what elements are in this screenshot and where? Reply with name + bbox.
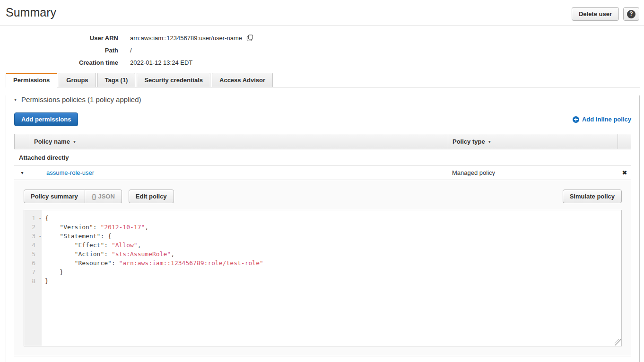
delete-user-button[interactable]: Delete user: [572, 7, 619, 21]
creation-time-value: 2022-01-12 13:24 EDT: [130, 59, 192, 66]
editor-gutter: 1▾23▾45678: [24, 210, 42, 346]
tab-access-advisor[interactable]: Access Advisor: [212, 73, 273, 87]
gutter-line-number: 3▾: [24, 232, 42, 241]
policy-name-link[interactable]: assume-role-user: [46, 169, 94, 176]
edit-policy-button[interactable]: Edit policy: [129, 190, 174, 203]
policy-detail-toolbar: Policy summary {} JSON Edit policy Simul…: [24, 190, 622, 203]
path-value: /: [130, 47, 132, 54]
tab-security-credentials[interactable]: Security credentials: [137, 73, 210, 87]
tab-bar: Permissions Groups Tags (1) Security cre…: [6, 73, 640, 87]
help-icon: ?: [627, 10, 635, 18]
permissions-tab-content: ▾ Permissions policies (1 policy applied…: [6, 95, 640, 362]
code-line: "Statement": {: [45, 232, 621, 241]
policy-view-switcher: Policy summary {} JSON: [24, 190, 122, 203]
gutter-line-number: 1▾: [24, 214, 42, 223]
page-title: Summary: [6, 6, 56, 19]
detail-row-creation-time: Creation time 2022-01-12 13:24 EDT: [0, 59, 644, 66]
editor-code[interactable]: { "Version": "2012-10-17", "Statement": …: [42, 210, 621, 346]
code-line: }: [45, 276, 621, 285]
detail-row-path: Path /: [0, 47, 644, 54]
policy-summary-button[interactable]: Policy summary: [24, 190, 85, 203]
expand-row-caret[interactable]: ▾: [14, 170, 30, 175]
gutter-line-number: 2: [24, 223, 42, 232]
page-header: Summary Delete user ?: [0, 0, 644, 21]
code-line: "Resource": "arn:aws:iam::123456789:role…: [45, 259, 621, 267]
caret-column-header: [15, 134, 30, 149]
sort-caret-icon: ▾: [73, 139, 76, 144]
policy-name-column-header[interactable]: Policy name ▾: [30, 134, 448, 149]
plus-circle-icon: [573, 116, 579, 123]
header-actions: Delete user ?: [572, 7, 639, 21]
sort-caret-icon: ▾: [488, 139, 491, 144]
gutter-line-number: 4: [24, 241, 42, 250]
fold-caret-icon[interactable]: ▾: [39, 214, 41, 223]
simulate-policy-button[interactable]: Simulate policy: [563, 190, 622, 203]
gutter-line-number: 7: [24, 267, 42, 276]
remove-policy-icon[interactable]: ✖: [622, 169, 627, 176]
tab-tags[interactable]: Tags (1): [97, 73, 136, 87]
user-details: User ARN arn:aws:iam::123456789:user/use…: [0, 34, 644, 66]
policy-table-header: Policy name ▾ Policy type ▾: [14, 134, 631, 149]
code-line: "Effect": "Allow",: [45, 241, 621, 250]
policy-table-row: ▾ assume-role-user Managed policy ✖: [14, 166, 631, 180]
policy-detail-panel: Policy summary {} JSON Edit policy Simul…: [14, 180, 631, 356]
user-arn-label: User ARN: [0, 34, 118, 42]
copy-icon[interactable]: [246, 34, 253, 42]
code-line: }: [45, 267, 621, 276]
gutter-line-number: 5: [24, 250, 42, 259]
help-button[interactable]: ?: [623, 7, 639, 21]
permissions-policies-heading: Permissions policies (1 policy applied): [21, 95, 141, 103]
gutter-line-number: 8: [24, 276, 42, 285]
path-label: Path: [0, 47, 118, 54]
policy-type-column-header[interactable]: Policy type ▾: [448, 134, 618, 149]
tab-groups[interactable]: Groups: [59, 73, 96, 87]
chevron-down-icon: ▾: [14, 97, 17, 102]
json-button[interactable]: {} JSON: [85, 190, 122, 203]
policy-table: Policy name ▾ Policy type ▾ Attached dir…: [14, 134, 631, 356]
permissions-policies-section-toggle[interactable]: ▾ Permissions policies (1 policy applied…: [14, 95, 631, 103]
policy-actions-row: Add permissions Add inline policy: [14, 112, 631, 126]
add-permissions-button[interactable]: Add permissions: [14, 112, 78, 126]
detail-row-user-arn: User ARN arn:aws:iam::123456789:user/use…: [0, 34, 644, 42]
gutter-line-number: 6: [24, 259, 42, 267]
code-line: {: [45, 214, 621, 223]
editor-resize-handle[interactable]: [615, 339, 621, 345]
fold-caret-icon[interactable]: ▾: [39, 232, 41, 241]
creation-time-label: Creation time: [0, 59, 118, 66]
policy-json-editor[interactable]: 1▾23▾45678 { "Version": "2012-10-17", "S…: [24, 210, 622, 346]
title-divider: [0, 26, 644, 26]
tab-permissions[interactable]: Permissions: [6, 73, 57, 87]
code-line: "Version": "2012-10-17",: [45, 223, 621, 232]
policy-type-cell: Managed policy: [448, 169, 618, 176]
code-line: "Action": "sts:AssumeRole",: [45, 250, 621, 259]
actions-column-header: [618, 134, 631, 149]
user-arn-value: arn:aws:iam::123456789:user/user-name: [130, 34, 242, 42]
add-inline-policy-link[interactable]: Add inline policy: [573, 116, 631, 123]
attached-directly-group-header: Attached directly: [14, 149, 631, 166]
